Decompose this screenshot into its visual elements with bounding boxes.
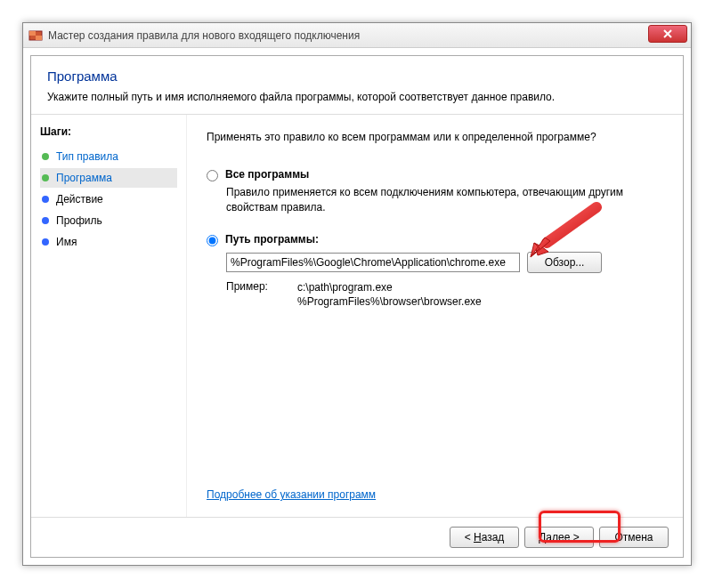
step-rule-type[interactable]: Тип правила <box>40 147 177 166</box>
example-value-1: c:\path\program.exe <box>297 280 482 295</box>
radio-all-description: Правило применяется ко всем подключениям… <box>226 185 663 215</box>
page-title: Программа <box>47 68 667 84</box>
radio-program-path[interactable] <box>207 235 218 246</box>
main-panel: Применять это правило ко всем программам… <box>187 115 683 517</box>
example-row: Пример: c:\path\program.exe %ProgramFile… <box>226 280 663 310</box>
radio-path-row[interactable]: Путь программы: <box>207 233 663 246</box>
option-program-path: Путь программы: Обзор... Пример: c:\path… <box>207 233 663 310</box>
radio-all-row[interactable]: Все программы <box>207 168 663 181</box>
dialog-window: Мастер создания правила для нового входя… <box>22 22 692 566</box>
example-label: Пример: <box>226 280 297 310</box>
radio-path-label: Путь программы: <box>225 233 319 246</box>
example-value-2: %ProgramFiles%\browser\browser.exe <box>297 294 482 310</box>
page-description: Укажите полный путь и имя исполняемого ф… <box>47 91 667 103</box>
next-button[interactable]: Далее > <box>524 527 594 548</box>
svg-rect-2 <box>36 36 42 40</box>
question-text: Применять это правило ко всем программам… <box>207 131 663 143</box>
steps-sidebar: Шаги: Тип правила Программа Действие Про… <box>31 115 187 517</box>
window-title: Мастер создания правила для нового входя… <box>48 29 360 42</box>
bullet-icon <box>42 153 49 160</box>
cancel-button[interactable]: Отмена <box>599 527 669 548</box>
learn-more-link[interactable]: Подробнее об указании программ <box>207 488 663 501</box>
close-button[interactable] <box>648 25 687 43</box>
step-profile[interactable]: Профиль <box>40 211 177 230</box>
browse-button[interactable]: Обзор... <box>527 252 602 273</box>
bullet-icon <box>42 174 49 181</box>
radio-all-label: Все программы <box>225 168 309 181</box>
bullet-icon <box>42 238 49 246</box>
title-bar: Мастер создания правила для нового входя… <box>23 23 691 48</box>
firewall-icon <box>28 28 43 43</box>
step-action[interactable]: Действие <box>40 189 177 209</box>
footer-section: < Назад Далее > Отмена <box>31 517 683 557</box>
close-icon <box>663 29 672 38</box>
bullet-icon <box>42 196 49 203</box>
header-section: Программа Укажите полный путь и имя испо… <box>31 56 683 115</box>
svg-rect-1 <box>29 31 36 36</box>
dialog-content: Программа Укажите полный путь и имя испо… <box>30 55 684 558</box>
option-all-programs: Все программы Правило применяется ко все… <box>207 168 663 219</box>
back-button[interactable]: < Назад <box>450 527 519 548</box>
body-section: Шаги: Тип правила Программа Действие Про… <box>31 115 683 517</box>
radio-all-programs[interactable] <box>207 170 218 181</box>
example-values: c:\path\program.exe %ProgramFiles%\brows… <box>297 280 482 310</box>
step-program[interactable]: Программа <box>40 168 177 188</box>
bullet-icon <box>42 217 49 224</box>
path-row: Обзор... <box>226 252 663 273</box>
steps-heading: Шаги: <box>40 125 177 138</box>
program-path-input[interactable] <box>226 253 520 272</box>
step-name[interactable]: Имя <box>40 232 177 252</box>
